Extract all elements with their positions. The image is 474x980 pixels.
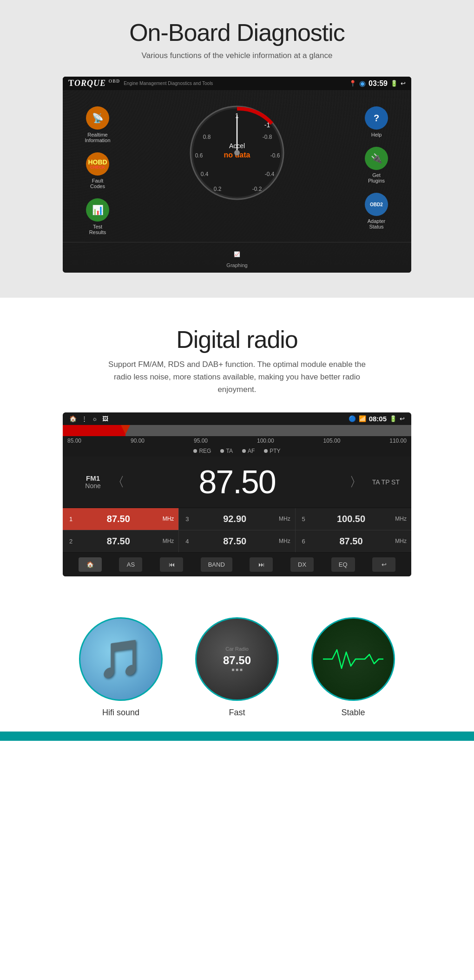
pty-dot — [264, 449, 268, 453]
preset-freq-3: 92.90 — [194, 514, 275, 524]
preset-unit-2: MHz — [163, 538, 174, 544]
radio-back-btn[interactable]: ↩ — [372, 557, 395, 572]
obd-bottom-bar: 📈 Graphing — [63, 242, 411, 273]
radio-dx-btn[interactable]: DX — [290, 557, 314, 572]
radio-station-info: FM1 None — [74, 474, 112, 490]
svg-text:0.6: 0.6 — [195, 152, 203, 159]
preset-freq-2: 87.50 — [78, 536, 159, 547]
help-icon[interactable]: ? Help — [365, 106, 388, 137]
test-results-label: TestResults — [86, 224, 109, 235]
preset-2[interactable]: 2 87.50 MHz — [63, 530, 178, 552]
preset-freq-5: 100.50 — [311, 514, 392, 524]
feature-hifi: 🎵 Hifi sound — [77, 617, 165, 718]
stable-circle — [311, 617, 395, 701]
radio-next-btn[interactable]: ⏭ — [250, 557, 273, 572]
adapter-icon-circle: OBD2 — [365, 193, 388, 216]
realtime-info-icon[interactable]: 📡 Realtime Information — [85, 106, 110, 143]
radio-section: Digital radio Support FM/AM, RDS and DAB… — [0, 298, 474, 599]
prev-freq-arrow[interactable]: 〈 — [112, 473, 125, 491]
fast-controls-hint: ■ ■ ■ — [223, 667, 251, 672]
next-freq-arrow[interactable]: 〉 — [349, 473, 362, 491]
help-icon-circle: ? — [365, 106, 388, 130]
adapter-status-label: AdapterStatus — [365, 218, 388, 229]
fault-codes-label: FaultCodes — [86, 178, 109, 189]
reg-option[interactable]: REG — [193, 448, 211, 454]
radio-band-btn[interactable]: BAND — [201, 557, 232, 572]
preset-5[interactable]: 5 100.50 MHz — [296, 508, 411, 530]
radio-subtitle: Support FM/AM, RDS and DAB+ function. Th… — [102, 358, 372, 396]
adapter-status-icon[interactable]: OBD2 AdapterStatus — [365, 193, 388, 229]
test-icon-circle: 📊 — [86, 198, 109, 222]
radio-home-btn[interactable]: 🏠 — [79, 557, 102, 572]
menu-icon[interactable]: ⋮ — [81, 415, 87, 422]
freq-label-3: 95.00 — [194, 438, 208, 444]
preset-num-3: 3 — [184, 516, 191, 523]
get-plugins-icon[interactable]: 🔌 GetPlugins — [365, 147, 388, 183]
pty-option[interactable]: PTY — [264, 448, 280, 454]
fast-freq-display: 87.50 — [223, 654, 251, 667]
test-results-icon[interactable]: 📊 TestResults — [86, 198, 109, 235]
feature-stable: Stable — [309, 617, 397, 718]
get-plugins-label: GetPlugins — [365, 172, 388, 183]
radio-time: 08:05 — [369, 415, 387, 423]
radio-eq-btn[interactable]: EQ — [331, 557, 355, 572]
preset-num-2: 2 — [67, 538, 74, 545]
preset-unit-6: MHz — [395, 538, 407, 544]
obd-screen-mockup: TORQUE OBD Engine Management Diagnostics… — [63, 77, 411, 273]
heartbeat-icon — [323, 645, 383, 673]
obd-gauge: 1 -1 0.8 -0.8 0.6 -0.6 0.4 -0.4 0.2 -0.2… — [186, 102, 288, 204]
stable-label: Stable — [309, 708, 397, 718]
radio-main-display: FM1 None 〈 87.50 〉 TA TP ST — [63, 457, 411, 508]
realtime-label: Realtime Information — [85, 132, 110, 143]
realtime-icon-circle: 📡 — [86, 106, 109, 130]
location-icon: 📍 — [349, 80, 356, 87]
freq-marker — [121, 425, 130, 434]
fast-car-display: Car Radio 87.50 ■ ■ ■ — [218, 641, 256, 677]
svg-text:0.4: 0.4 — [201, 171, 209, 177]
signal-icon: 📶 — [359, 415, 366, 422]
screenshot-icon[interactable]: 🖼 — [102, 415, 108, 422]
radio-frequency: 87.50 — [125, 464, 349, 501]
graphing-item[interactable]: 📈 Graphing — [226, 247, 247, 268]
music-note-icon: 🎵 — [98, 637, 144, 681]
battery-icon: 🔋 — [390, 80, 398, 87]
radio-prev-btn[interactable]: ⏮ — [160, 557, 183, 572]
radio-battery-icon: 🔋 — [389, 415, 397, 422]
freq-label-6: 110.00 — [389, 438, 407, 444]
hifi-label: Hifi sound — [77, 708, 165, 718]
radio-as-btn[interactable]: AS — [119, 557, 142, 572]
radio-screen-mockup: 🏠 ⋮ ☼ 🖼 🔵 📶 08:05 🔋 ↩ 85.00 — [63, 412, 411, 578]
radio-options: REG TA AF PTY — [63, 445, 411, 457]
freq-label-1: 85.00 — [67, 438, 81, 444]
ta-option[interactable]: TA — [220, 448, 232, 454]
home-status-icon[interactable]: 🏠 — [69, 415, 77, 422]
preset-freq-4: 87.50 — [194, 536, 275, 547]
preset-unit-5: MHz — [395, 516, 407, 522]
obd-screen: TORQUE OBD Engine Management Diagnostics… — [63, 77, 411, 273]
obd-status-right: 📍 ◉ 03:59 🔋 ↩ — [349, 79, 406, 88]
preset-num-1: 1 — [67, 516, 74, 523]
obd-section: On-Board Diagnostic Various functions of… — [0, 0, 474, 298]
brightness-icon[interactable]: ☼ — [92, 415, 98, 422]
back-icon[interactable]: ↩ — [401, 80, 406, 87]
freq-label-5: 105.00 — [323, 438, 341, 444]
preset-4[interactable]: 4 87.50 MHz — [179, 530, 295, 552]
radio-station: None — [74, 482, 112, 490]
obd-content: 📡 Realtime Information HOBD CHECK FaultC… — [63, 90, 411, 242]
fault-codes-icon[interactable]: HOBD CHECK FaultCodes — [86, 152, 109, 189]
freq-label-2: 90.00 — [131, 438, 145, 444]
help-label: Help — [365, 132, 388, 137]
radio-status-bar: 🏠 ⋮ ☼ 🖼 🔵 📶 08:05 🔋 ↩ — [63, 412, 411, 425]
preset-3[interactable]: 3 92.90 MHz — [179, 508, 295, 530]
preset-unit-4: MHz — [279, 538, 290, 544]
preset-6[interactable]: 6 87.50 MHz — [296, 530, 411, 552]
preset-unit-1: MHz — [163, 516, 174, 522]
freq-slider[interactable] — [63, 425, 411, 436]
preset-1[interactable]: 1 87.50 MHz — [63, 508, 178, 530]
af-option[interactable]: AF — [242, 448, 255, 454]
svg-point-15 — [234, 150, 240, 156]
hifi-circle: 🎵 — [79, 617, 163, 701]
radio-back-icon[interactable]: ↩ — [400, 415, 405, 422]
freq-label-4: 100.00 — [257, 438, 274, 444]
af-dot — [242, 449, 246, 453]
